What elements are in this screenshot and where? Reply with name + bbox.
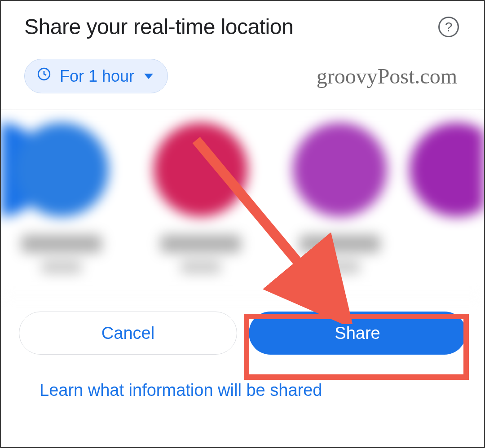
contact-item[interactable] bbox=[410, 123, 468, 217]
contact-sub-placeholder bbox=[181, 261, 221, 273]
avatar bbox=[293, 123, 387, 217]
duration-chip[interactable]: For 1 hour bbox=[24, 59, 168, 93]
contact-item[interactable] bbox=[131, 123, 270, 273]
header: Share your real-time location ? bbox=[1, 1, 484, 39]
clock-icon bbox=[36, 66, 52, 86]
contact-name-placeholder bbox=[160, 235, 241, 253]
page-title: Share your real-time location bbox=[24, 14, 438, 39]
contact-name-placeholder bbox=[300, 235, 380, 253]
contact-item[interactable] bbox=[270, 123, 410, 273]
avatar bbox=[154, 123, 248, 217]
duration-chip-label: For 1 hour bbox=[60, 67, 134, 86]
watermark-text: groovyPost.com bbox=[317, 64, 457, 88]
share-button[interactable]: Share bbox=[249, 312, 466, 355]
share-location-sheet: Share your real-time location ? For 1 ho… bbox=[0, 0, 485, 448]
contact-sub-placeholder bbox=[41, 261, 82, 273]
contact-name-placeholder bbox=[21, 235, 102, 253]
footer: Learn what information will be shared bbox=[1, 368, 484, 400]
avatar bbox=[14, 123, 109, 217]
share-button-label: Share bbox=[335, 324, 380, 343]
avatar bbox=[410, 123, 484, 217]
action-row: Cancel Share bbox=[1, 297, 484, 368]
contacts-strip[interactable] bbox=[1, 110, 484, 297]
cancel-button[interactable]: Cancel bbox=[19, 312, 237, 355]
cancel-button-label: Cancel bbox=[101, 324, 154, 343]
duration-row: For 1 hour groovyPost.com bbox=[1, 39, 484, 110]
help-icon[interactable]: ? bbox=[438, 17, 459, 37]
learn-more-link[interactable]: Learn what information will be shared bbox=[40, 381, 322, 400]
contact-item[interactable] bbox=[1, 123, 131, 273]
contact-sub-placeholder bbox=[320, 261, 360, 273]
chevron-down-icon bbox=[144, 74, 153, 79]
